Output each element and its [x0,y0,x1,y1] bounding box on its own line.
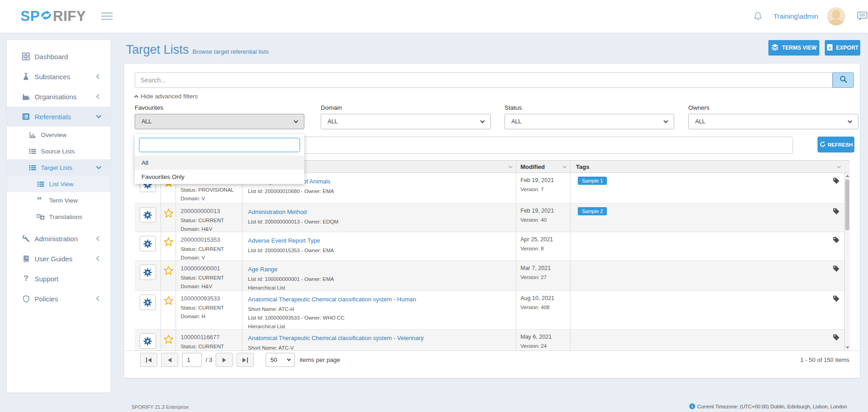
sporify-logo[interactable]: SP RIFY [20,7,86,26]
table-scrollbar[interactable] [844,173,850,351]
row-settings-button[interactable] [140,333,156,349]
next-page-button[interactable] [216,353,233,367]
terms-view-button[interactable]: TERMS VIEW [768,40,819,56]
tag-icon[interactable] [833,208,840,217]
user-menu[interactable]: Training\admin [773,12,818,20]
previous-page-button[interactable] [161,353,178,367]
row-tags-cell [570,330,844,351]
modified-date: May 6, 2021 [520,334,570,340]
list-info: List Id: 100000000001 - Owner: EMA [248,276,516,282]
owners-select[interactable]: ALL [688,114,858,129]
sidebar-item-label: Translations [49,214,82,220]
sidebar-item-organisations[interactable]: Organisations [7,86,111,107]
domain-select[interactable]: ALL [321,114,491,129]
notifications-bell-icon[interactable] [753,11,763,24]
sidebar-item-label: Support [35,275,59,283]
chevron-left-icon [96,236,101,241]
sidebar-item-referentials[interactable]: Referentials [7,107,111,127]
row-settings-button[interactable] [140,264,156,280]
row-id-cell: 200000015353 Status: CURRENT Domain: V [176,232,242,260]
scroll-up-arrow[interactable] [846,175,849,177]
sidebar-item-term-view[interactable]: ” Term View [7,192,111,209]
tag-icon[interactable] [833,236,840,245]
sidebar-item-label: Referentials [35,113,71,121]
modified-column-header[interactable]: Modified [516,161,570,173]
refresh-button[interactable]: REFRESH [818,137,854,153]
sidebar-item-overview[interactable]: Overview [7,127,111,143]
chevron-down-icon [848,119,853,123]
sidebar-item-substances[interactable]: Substances [7,66,111,86]
tags-column-header[interactable]: Tags [570,161,844,173]
export-button[interactable]: x EXPORT [825,40,860,56]
sidebar-item-administration[interactable]: Administration [7,229,111,249]
search-input[interactable] [135,72,833,88]
sidebar-item-label: Source Lists [41,148,75,155]
favourites-dropdown-panel: All Favourites Only [135,134,304,184]
favourite-star-outline[interactable] [161,203,176,218]
short-name: Short Name: ATC-V [248,345,516,351]
list-name-link[interactable]: Anatomical Therapeutic Chemical classifi… [248,296,416,303]
row-settings-button[interactable] [140,295,156,310]
sort-chevron-icon[interactable] [509,164,512,168]
sidebar-item-source-lists[interactable]: Source Lists [7,143,111,159]
tag-icon[interactable] [833,265,840,274]
sidebar-item-policies[interactable]: Policies [7,289,111,309]
sidebar-item-support[interactable]: ? Support [7,269,111,289]
svg-text:x: x [828,45,831,50]
sidebar-item-translations[interactable]: A ★ Translations [7,209,111,225]
favourites-option-favourites-only[interactable]: Favourites Only [135,170,304,184]
table-row: 100000000001 Status: CURRENT Domain: H&V… [135,261,850,291]
favourites-select[interactable]: ALL [135,114,304,129]
scroll-down-arrow[interactable] [846,346,849,349]
sidebar-item-target-lists[interactable]: Target Lists [7,159,111,176]
list-name-link[interactable]: Anatomical Therapeutic Chemical classifi… [248,335,424,341]
favourite-star-outline[interactable] [161,291,176,305]
status-select[interactable]: ALL [505,114,674,129]
search-icon [839,75,848,85]
list-info: List Id: 200000000013 - Owner: EDQM [248,219,516,224]
sort-chevron-icon[interactable] [837,164,841,168]
sort-chevron-icon[interactable] [563,164,566,168]
table-row: 100000116677 Status: CURRENT Domain: V A… [135,330,850,351]
favourites-option-all[interactable]: All [135,156,304,170]
favourite-star-outline[interactable] [161,261,176,275]
sidebar-item-user-guides[interactable]: User Guides [7,249,111,269]
tag-badge[interactable]: Sample 1 [578,177,607,185]
sidebar-item-dashboard[interactable]: Dashboard [7,46,111,66]
list-name-link[interactable]: Administration Method [248,209,307,215]
list-name-link[interactable]: Age Range [248,266,278,273]
items-per-page-label: items per page [299,356,340,363]
domain-filter-label: Domain [321,104,342,111]
items-per-page-select[interactable]: 50 [266,353,295,367]
sidebar-item-list-view[interactable]: List View [7,176,111,192]
favourite-star-outline[interactable] [161,232,176,247]
tag-badge[interactable]: Sample 2 [578,207,607,215]
list-name-link[interactable]: Adverse Event Report Type [248,237,320,244]
scrollbar-thumb[interactable] [845,179,849,230]
svg-text:★: ★ [40,215,44,220]
favourites-dropdown-filter-input[interactable] [139,138,300,152]
logo-refresh-icon [40,8,53,25]
row-settings-button[interactable] [140,207,156,223]
chat-icon[interactable] [857,11,868,23]
row-id-cell: 100000116677 Status: CURRENT Domain: V [176,330,242,351]
chevron-down-icon [96,113,101,118]
sidebar: Dashboard Substances Organisations [7,40,111,392]
avatar[interactable] [827,7,845,25]
hide-advanced-filters-toggle[interactable]: Hide advanced filters [135,93,198,100]
tag-icon[interactable] [833,295,840,304]
bar-chart-icon [28,131,37,139]
last-page-button[interactable] [237,353,254,367]
tag-icon[interactable] [833,177,840,186]
list-domain: Domain: H&V [181,226,242,232]
version: Version: 40 [520,217,570,223]
tag-icon[interactable] [833,334,840,343]
list-icon [28,164,37,172]
page-number-input[interactable] [182,353,202,367]
row-settings-button[interactable] [140,236,156,251]
first-page-button[interactable] [140,353,157,367]
favourite-star-outline[interactable] [161,330,176,344]
row-tags-cell [570,232,844,260]
search-button[interactable] [833,72,854,88]
sidebar-toggle-button[interactable] [101,12,113,22]
